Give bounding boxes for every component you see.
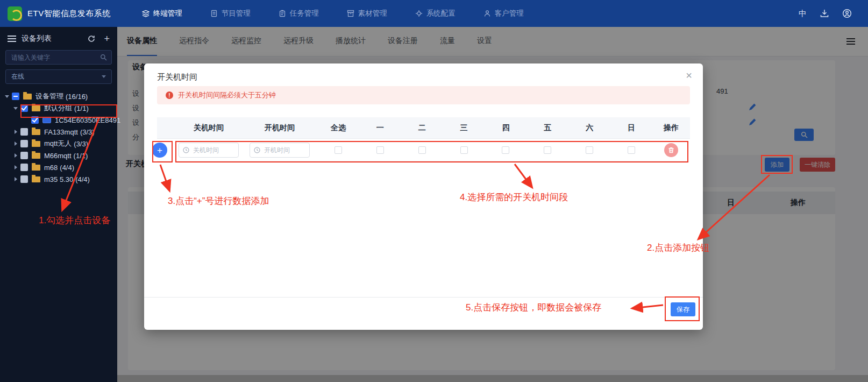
trash-icon: [668, 147, 674, 153]
sidebar-header: 设备列表 +: [0, 27, 117, 49]
col-off-time: 关机时间: [175, 123, 242, 133]
clipboard-icon: [279, 10, 286, 17]
archive-icon: [347, 10, 354, 17]
caret-right-icon[interactable]: [13, 165, 18, 170]
sun-checkbox[interactable]: [628, 146, 635, 154]
col-wed: 三: [443, 123, 485, 133]
fri-checkbox[interactable]: [544, 146, 551, 154]
device-tree: 设备管理 (16/16) 默认分组 (1/1) 1C54E60350EE8491…: [0, 90, 117, 185]
tree-item-group[interactable]: 默认分组 (1/1): [0, 102, 117, 114]
folder-icon: [32, 176, 40, 182]
folder-icon: [23, 94, 32, 100]
folder-icon: [32, 153, 40, 159]
person-icon: [483, 10, 491, 17]
menu-item-terminal[interactable]: 终端管理: [142, 9, 182, 18]
select-all-checkbox[interactable]: [335, 146, 342, 154]
checkbox-checked[interactable]: [31, 116, 39, 124]
refresh-icon[interactable]: [88, 35, 95, 43]
caret-down-icon[interactable]: [13, 105, 18, 111]
tree-item-group[interactable]: m35 5.30 (4/4): [0, 173, 117, 185]
menu-item-customer[interactable]: 客户管理: [483, 9, 524, 18]
sidebar-search: [5, 50, 112, 65]
col-mon: 一: [359, 123, 401, 133]
caret-right-icon[interactable]: [13, 141, 18, 146]
user-avatar-icon[interactable]: [842, 9, 852, 18]
folder-icon: [32, 165, 40, 171]
layers-icon: [142, 10, 150, 17]
folder-icon: [32, 129, 40, 135]
delete-row-button[interactable]: [664, 143, 678, 157]
checkbox-unchecked[interactable]: [20, 164, 28, 171]
tree-item-group[interactable]: FA133mqtt (3/3): [0, 126, 117, 138]
power-time-modal: 开关机时间 × 开关机时间间隔必须大于五分钟 关机时间 开机时间 全选 一 二 …: [144, 63, 703, 330]
checkbox-unchecked[interactable]: [20, 128, 28, 136]
save-button[interactable]: 保存: [671, 302, 695, 316]
modal-footer: 保存: [144, 297, 703, 330]
status-filter-select[interactable]: 在线: [5, 69, 112, 84]
top-navbar: ETV智能信息发布系统 终端管理 节目管理 任务管理 素材管理 系统配置 客户管…: [0, 0, 868, 27]
menu-item-program[interactable]: 节目管理: [210, 9, 251, 18]
main-menu: 终端管理 节目管理 任务管理 素材管理 系统配置 客户管理: [142, 9, 524, 18]
caret-right-icon[interactable]: [13, 176, 18, 182]
col-on-time: 开机时间: [242, 123, 317, 133]
caret-right-icon[interactable]: [13, 153, 18, 158]
menu-item-material[interactable]: 素材管理: [347, 9, 387, 18]
schedule-row: [157, 139, 690, 161]
modal-title: 开关机时间: [157, 72, 197, 82]
collapse-icon[interactable]: [8, 36, 16, 42]
app-logo-icon: [8, 6, 22, 21]
col-tue: 二: [401, 123, 443, 133]
navbar-right: 中: [799, 9, 868, 19]
folder-icon: [32, 141, 40, 147]
checkbox-unchecked[interactable]: [20, 140, 28, 147]
sat-checkbox[interactable]: [586, 146, 593, 154]
clock-icon: [183, 147, 189, 153]
col-sat: 六: [568, 123, 610, 133]
language-toggle[interactable]: 中: [799, 9, 807, 19]
schedule-table-header: 关机时间 开机时间 全选 一 二 三 四 五 六 日 操作: [157, 117, 690, 139]
off-time-field: [179, 143, 239, 158]
sidebar-title: 设备列表: [22, 34, 52, 44]
tree-item-device[interactable]: 1C54E60350EE8491: [0, 114, 117, 126]
caret-right-icon[interactable]: [13, 129, 18, 135]
brand-title: ETV智能信息发布系统: [27, 9, 111, 19]
on-time-field: [250, 143, 310, 158]
tree-item-group[interactable]: 设备管理 (16/16): [0, 90, 117, 102]
col-thu: 四: [485, 123, 527, 133]
interval-warning-alert: 开关机时间间隔必须大于五分钟: [157, 86, 690, 104]
chevron-down-icon: [102, 75, 106, 78]
tree-item-group[interactable]: M66mqtt (1/1): [0, 150, 117, 161]
keyword-search-input[interactable]: [5, 50, 112, 65]
clock-icon: [254, 147, 260, 153]
col-select-all: 全选: [317, 123, 359, 133]
mon-checkbox[interactable]: [376, 146, 384, 154]
checkbox-unchecked[interactable]: [20, 175, 28, 183]
document-icon: [210, 10, 218, 17]
search-icon[interactable]: [100, 54, 107, 61]
gear-icon: [415, 10, 423, 17]
thu-checkbox[interactable]: [502, 146, 509, 154]
tree-item-group[interactable]: m68 (4/4): [0, 161, 117, 173]
brand: ETV智能信息发布系统: [0, 6, 111, 21]
menu-item-system[interactable]: 系统配置: [415, 9, 456, 18]
col-sun: 日: [610, 123, 652, 133]
caret-down-icon[interactable]: [4, 94, 10, 99]
menu-item-task[interactable]: 任务管理: [279, 9, 319, 18]
close-icon[interactable]: ×: [686, 70, 692, 81]
error-icon: [166, 91, 173, 99]
checkbox-unchecked[interactable]: [20, 152, 28, 159]
col-operation: 操作: [652, 123, 690, 133]
device-sidebar: 设备列表 + 在线 设备管理 (16/16) 默认分组 (1/1): [0, 27, 117, 382]
checkbox-checked[interactable]: [20, 104, 28, 112]
add-row-button[interactable]: [152, 143, 167, 158]
add-group-icon[interactable]: +: [104, 35, 110, 43]
folder-icon: [32, 105, 40, 111]
alert-message: 开关机时间间隔必须大于五分钟: [178, 90, 276, 100]
tree-item-group[interactable]: mqtt无人 (3/3): [0, 138, 117, 150]
schedule-table: 关机时间 开机时间 全选 一 二 三 四 五 六 日 操作: [157, 117, 690, 161]
download-icon[interactable]: [820, 9, 829, 18]
col-fri: 五: [527, 123, 568, 133]
checkbox-indeterminate[interactable]: [12, 93, 19, 100]
tue-checkbox[interactable]: [418, 146, 426, 154]
wed-checkbox[interactable]: [460, 146, 468, 154]
